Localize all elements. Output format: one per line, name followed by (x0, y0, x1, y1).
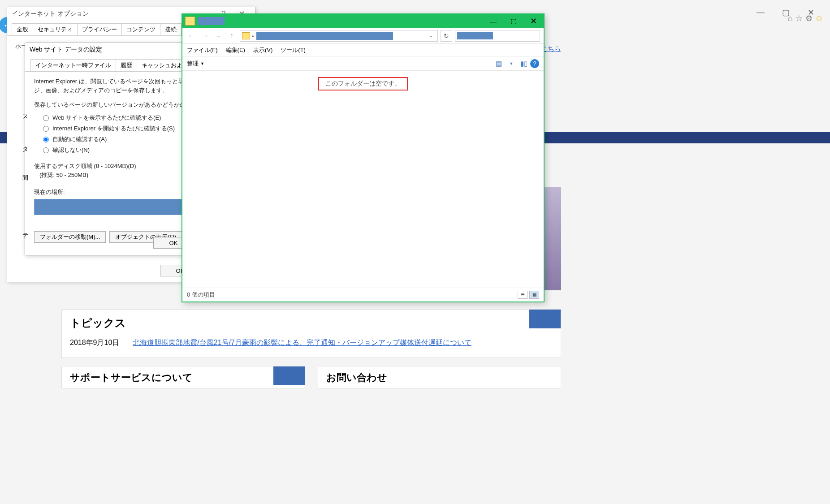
nav-back-button[interactable]: ← (186, 30, 197, 41)
topics-heading: トピックス (70, 316, 553, 330)
address-prefix: « (252, 33, 255, 39)
search-box[interactable] (455, 30, 540, 42)
explorer-minimize-button[interactable]: — (483, 14, 503, 28)
help-button[interactable]: ? (530, 59, 539, 68)
ws-radio-2-input[interactable] (43, 137, 49, 142)
view-layout-dropdown[interactable]: ▼ (505, 58, 518, 69)
details-view-button[interactable]: ☰ (518, 291, 527, 299)
ws-clipped-char-3: テ (22, 231, 28, 239)
nav-up-button[interactable]: ↑ (226, 30, 237, 41)
view-layout-button[interactable]: ▤ (493, 58, 505, 69)
feedback-icon[interactable]: ☺ (815, 14, 823, 23)
io-tab-general[interactable]: 全般 (12, 23, 33, 35)
page-content: トピックス 2018年9月10日 北海道胆振東部地震/台風21号/7月豪雨の影響… (61, 309, 561, 388)
support-badge (273, 366, 305, 385)
contact-heading: お問い合わせ (326, 371, 553, 384)
ws-clipped-char-0: ス (22, 112, 28, 121)
ws-tab-tempfiles[interactable]: インターネット一時ファイル (30, 59, 116, 71)
support-heading: サポートサービスについて (70, 371, 297, 384)
ws-clipped-char-1: タ (22, 145, 28, 153)
explorer-statusbar: 0 個の項目 ☰ ▦ (182, 288, 544, 301)
explorer-content[interactable]: このフォルダーは空です。 (182, 71, 544, 288)
ws-clipped-char-2: 間 (22, 174, 28, 182)
refresh-button[interactable]: ↻ (441, 30, 452, 42)
explorer-close-button[interactable]: ✕ (523, 14, 544, 28)
home-icon[interactable]: ⌂ (788, 14, 793, 23)
ws-move-folder-button[interactable]: フォルダーの移動(M)... (34, 231, 106, 243)
ws-radio-3-input[interactable] (43, 147, 49, 153)
ws-radio-0-input[interactable] (43, 115, 49, 121)
address-dropdown-icon[interactable]: ⌄ (427, 33, 436, 38)
ws-radio-0-label: Web サイトを表示するたびに確認する(E) (52, 114, 161, 122)
ws-tab-history[interactable]: 履歴 (116, 59, 137, 71)
support-panel: サポートサービスについて (61, 366, 305, 388)
ws-radio-3-label: 確認しない(N) (52, 146, 90, 154)
contact-panel: お問い合わせ (318, 366, 562, 388)
favorites-icon[interactable]: ☆ (795, 13, 803, 23)
folder-icon (185, 17, 195, 26)
explorer-navbar: ← → ⌄ ↑ « ⌄ ↻ (182, 28, 544, 44)
topics-badge (529, 310, 561, 328)
ws-radio-2-label: 自動的に確認する(A) (52, 135, 107, 143)
menu-file[interactable]: ファイル(F) (187, 46, 218, 54)
empty-folder-message: このフォルダーは空です。 (318, 77, 408, 90)
browser-minimize[interactable]: — (750, 6, 771, 19)
address-bar[interactable]: « ⌄ (240, 30, 438, 42)
topics-date: 2018年9月10日 (70, 338, 119, 348)
topics-link[interactable]: 北海道胆振東部地震/台風21号/7月豪雨の影響による、完了通知・バージョンアップ… (133, 338, 471, 348)
explorer-titlebar[interactable]: — ▢ ✕ (182, 14, 544, 28)
address-folder-icon (242, 32, 250, 39)
item-count: 0 個の項目 (187, 291, 215, 299)
menu-view[interactable]: 表示(V) (253, 46, 272, 54)
explorer-title-redacted (198, 17, 225, 25)
io-tab-connections[interactable]: 接続 (160, 23, 182, 35)
nav-forward-button[interactable]: → (199, 30, 210, 41)
nav-history-dropdown[interactable]: ⌄ (213, 30, 224, 41)
menu-edit[interactable]: 編集(E) (226, 46, 245, 54)
io-tab-content[interactable]: コンテンツ (121, 23, 160, 35)
search-text-redacted (457, 32, 493, 39)
organize-label: 整理 (187, 60, 199, 68)
ws-radio-1-label: Internet Explorer を開始するたびに確認する(S) (52, 125, 175, 133)
organize-button[interactable]: 整理 ▼ (187, 60, 204, 68)
settings-icon[interactable]: ⚙ (805, 13, 813, 23)
topics-panel: トピックス 2018年9月10日 北海道胆振東部地震/台風21号/7月豪雨の影響… (61, 309, 561, 358)
menu-tools[interactable]: ツール(T) (281, 46, 306, 54)
address-path-redacted (256, 32, 393, 40)
icons-view-button[interactable]: ▦ (529, 291, 539, 299)
explorer-menubar: ファイル(F) 編集(E) 表示(V) ツール(T) (182, 44, 544, 56)
preview-pane-button[interactable]: ▮▯ (518, 58, 530, 69)
explorer-maximize-button[interactable]: ▢ (503, 14, 523, 28)
io-tab-privacy[interactable]: プライバシー (77, 23, 122, 35)
explorer-toolbar: 整理 ▼ ▤ ▼ ▮▯ ? (182, 56, 544, 71)
io-tab-security[interactable]: セキュリティ (33, 23, 78, 35)
explorer-window: — ▢ ✕ ← → ⌄ ↑ « ⌄ ↻ ファイル(F) 編集(E) 表示(V) … (182, 13, 545, 302)
chevron-down-icon: ▼ (200, 61, 204, 66)
ws-radio-1-input[interactable] (43, 126, 49, 132)
browser-toolbar-icons: ⌂ ☆ ⚙ ☺ (788, 13, 823, 23)
